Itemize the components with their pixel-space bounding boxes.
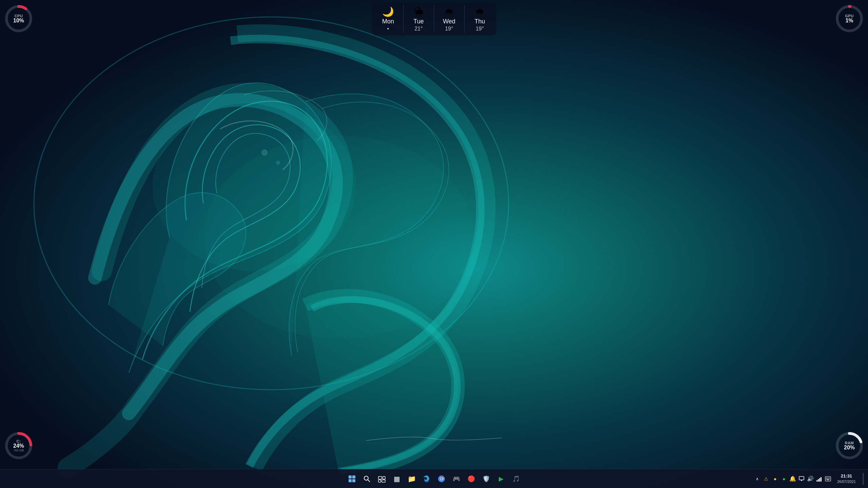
game2-button[interactable]: 🔴 [465, 473, 477, 485]
clock-time: 21:31 [841, 473, 852, 479]
svg-point-5 [203, 136, 475, 339]
systray-monitor[interactable] [798, 475, 805, 483]
taskbar: ▦ 📁 🎮 🔴 [0, 469, 868, 488]
svg-line-19 [368, 480, 370, 482]
game1-button[interactable]: 🎮 [450, 473, 462, 485]
systray-green[interactable]: ● [780, 475, 788, 483]
svg-rect-23 [382, 480, 385, 482]
weather-day-name-thu: Thu [474, 18, 485, 25]
weather-day-tue[interactable]: 🌦 Tue 21° [403, 5, 434, 33]
weather-temp-tue: 21° [414, 26, 422, 32]
weather-icon-wed: 🌧 [445, 6, 454, 17]
system-tray: ∧ ⚠ ● ● 🔔 🔊 [754, 475, 832, 483]
chrome-button[interactable] [435, 473, 448, 485]
systray-yellow[interactable]: ● [771, 475, 779, 483]
weather-icon-mon: 🌙 [382, 6, 394, 17]
gpu-gauge: GPU 1% [834, 3, 865, 34]
weather-day-thu[interactable]: 🌧 Thu 19° [465, 5, 495, 33]
start-button[interactable] [346, 473, 358, 485]
gpu-value: 1% [845, 18, 853, 23]
disk-gauge: C: 24% 703 GB [3, 430, 34, 461]
app1-button[interactable]: 🛡️ [480, 473, 492, 485]
widgets-button[interactable]: ▦ [391, 473, 403, 485]
svg-rect-21 [383, 476, 385, 479]
weather-temp-wed: 19° [445, 26, 453, 32]
svg-rect-31 [816, 480, 817, 482]
task-view-button[interactable] [376, 473, 388, 485]
svg-rect-17 [352, 479, 355, 482]
weather-day-name-mon: Mon [382, 18, 394, 25]
weather-icon-tue: 🌦 [414, 6, 423, 17]
weather-widget[interactable]: 🌙 Mon • 🌦 Tue 21° 🌧 Wed 19° 🌧 Thu 19° [372, 3, 496, 35]
svg-rect-20 [378, 476, 382, 479]
weather-day-wed[interactable]: 🌧 Wed 19° [434, 5, 465, 33]
svg-rect-14 [349, 475, 352, 479]
desktop-wallpaper [0, 0, 868, 488]
search-button[interactable] [361, 473, 373, 485]
svg-rect-33 [819, 478, 820, 482]
svg-rect-28 [799, 476, 804, 480]
disk-value: 24% [13, 443, 24, 449]
cpu-gauge: CPU 10% [3, 3, 34, 34]
weather-temp-thu: 19° [476, 26, 484, 32]
explorer-button[interactable]: 📁 [406, 473, 418, 485]
edge-button[interactable] [420, 473, 433, 485]
decorative-curve [366, 434, 502, 444]
systray-expand[interactable]: ∧ [754, 475, 761, 483]
systray-keyboard[interactable] [824, 475, 832, 483]
svg-rect-32 [818, 479, 819, 482]
taskbar-right: ∧ ⚠ ● ● 🔔 🔊 [754, 473, 864, 485]
svg-point-27 [440, 478, 442, 480]
weather-temp-mon: • [387, 26, 389, 32]
weather-day-name-wed: Wed [443, 18, 455, 25]
svg-rect-15 [352, 475, 355, 479]
taskbar-center: ▦ 📁 🎮 🔴 [346, 473, 522, 485]
cpu-value: 10% [13, 18, 24, 23]
app3-button[interactable]: 🎵 [510, 473, 522, 485]
svg-rect-22 [378, 480, 381, 482]
weather-day-mon[interactable]: 🌙 Mon • [373, 5, 403, 33]
weather-icon-thu: 🌧 [475, 6, 485, 17]
ram-value: 20% [844, 445, 855, 450]
disk-sublabel: 703 GB [14, 449, 24, 452]
show-desktop-button[interactable] [863, 473, 864, 485]
svg-rect-34 [821, 477, 822, 482]
taskbar-clock[interactable]: 21:31 26/07/2021 [834, 473, 859, 484]
systray-network[interactable] [815, 475, 823, 483]
svg-rect-16 [349, 479, 352, 482]
systray-volume[interactable]: 🔊 [807, 475, 814, 483]
ram-gauge: RAM 20% [834, 430, 865, 461]
svg-point-18 [364, 476, 368, 480]
systray-notification[interactable]: 🔔 [789, 475, 796, 483]
weather-day-name-tue: Tue [413, 18, 423, 25]
app2-button[interactable]: ▶ [495, 473, 507, 485]
systray-warning[interactable]: ⚠ [763, 475, 770, 483]
clock-date: 26/07/2021 [837, 479, 856, 484]
